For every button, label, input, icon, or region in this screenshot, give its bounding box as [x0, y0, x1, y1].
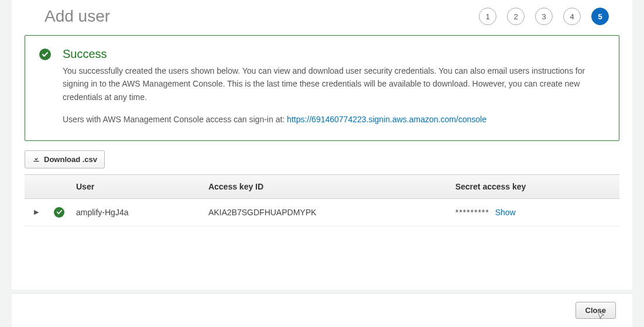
col-status [48, 174, 70, 198]
row-status-icon [54, 207, 64, 218]
alert-message: You successfully created the users shown… [63, 64, 605, 104]
show-secret-link[interactable]: Show [495, 208, 516, 217]
col-user[interactable]: User [70, 174, 203, 198]
users-table: User Access key ID Secret access key ▶ [25, 174, 619, 226]
cell-access-key-id: AKIA2B7SGDFHUAPDMYPK [203, 198, 450, 226]
col-access-key-id[interactable]: Access key ID [203, 174, 450, 198]
wizard-step-4[interactable]: 4 [563, 8, 581, 25]
expand-toggle[interactable]: ▶ [25, 198, 48, 226]
download-icon [32, 154, 40, 164]
wizard-step-3[interactable]: 3 [535, 8, 553, 25]
success-icon [39, 49, 51, 60]
page-title: Add user [44, 7, 110, 26]
cell-user: amplify-HgJ4a [70, 198, 203, 226]
caret-right-icon: ▶ [34, 208, 39, 215]
download-csv-button[interactable]: Download .csv [25, 150, 105, 168]
wizard-step-2[interactable]: 2 [507, 8, 525, 25]
wizard-step-1[interactable]: 1 [479, 8, 496, 25]
success-alert: Success You successfully created the use… [25, 35, 619, 141]
cell-secret-access-key: ********* Show [450, 198, 619, 226]
download-csv-label: Download .csv [44, 155, 97, 164]
wizard-steps: 1 2 3 4 5 [479, 8, 609, 25]
signin-url-link[interactable]: https://691460774223.signin.aws.amazon.c… [287, 115, 487, 124]
alert-signin-row: Users with AWS Management Console access… [63, 113, 605, 126]
alert-title: Success [63, 47, 605, 61]
secret-masked: ********* [455, 208, 489, 217]
footer-bar: Close [12, 293, 632, 327]
alert-signin-prefix: Users with AWS Management Console access… [63, 115, 287, 124]
col-expand [25, 174, 48, 198]
wizard-step-5[interactable]: 5 [591, 8, 609, 25]
close-button[interactable]: Close [576, 302, 616, 319]
col-secret-access-key[interactable]: Secret access key [450, 174, 619, 198]
table-row: ▶ amplify-HgJ4a AKIA2B7SGDFHUAPDMYPK ***… [25, 198, 619, 226]
